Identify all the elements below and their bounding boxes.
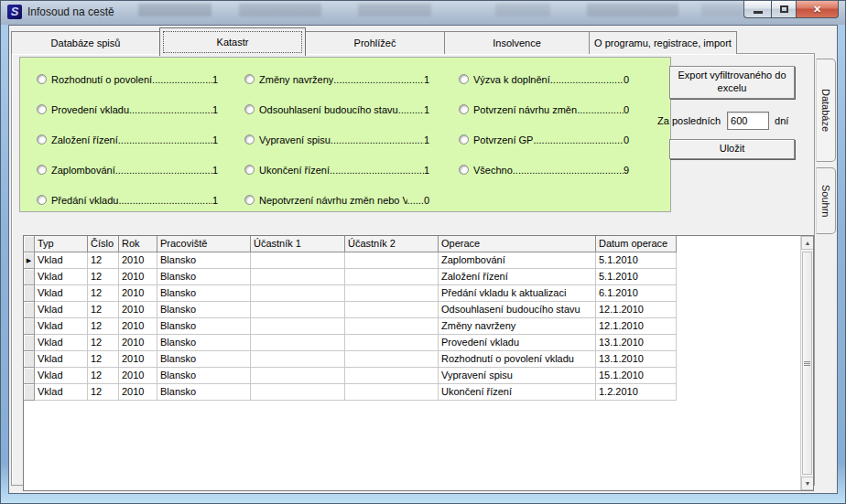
tab-databaze-spisu[interactable]: Databáze spisů — [11, 31, 160, 54]
radio-button-icon[interactable] — [459, 104, 469, 114]
column-header-pracoviste[interactable]: Pracoviště — [157, 236, 251, 252]
filter-option-label: Provedení vkladu — [51, 104, 129, 115]
dot-leader: ........................................… — [407, 195, 424, 206]
column-header-cislo[interactable]: Číslo — [88, 236, 119, 252]
cell-ucastnik-2 — [345, 368, 439, 384]
column-header-operace[interactable]: Operace — [439, 236, 596, 252]
dot-leader: ........................................… — [550, 74, 624, 85]
dot-leader: ........................................… — [118, 195, 212, 206]
filter-option-label: Založení řízení — [51, 134, 118, 145]
vertical-scrollbar[interactable]: ▲ ▼ — [800, 236, 813, 490]
filter-option-vsechno[interactable]: Všechno.................................… — [459, 155, 629, 185]
tab-o-programu-registrace-import[interactable]: O programu, registrace, import — [589, 31, 737, 54]
cell-cislo: 12 — [88, 384, 119, 401]
cell-ucastnik-1 — [251, 285, 345, 302]
row-selector-cell[interactable] — [24, 335, 35, 351]
scrollbar-thumb[interactable] — [802, 252, 812, 475]
filter-option-vyzva-k-doplneni[interactable]: Výzva k doplnění........................… — [459, 64, 629, 94]
filter-option-label: Odsouhlasení budoucího stavu — [259, 104, 398, 115]
days-input[interactable] — [727, 112, 769, 130]
column-header-typ[interactable]: Typ — [35, 236, 88, 252]
cell-pracoviste: Blansko — [157, 318, 251, 335]
records-grid: TypČísloRokPracovištěÚčastník 1Účastník … — [23, 235, 814, 491]
radio-button-icon[interactable] — [37, 195, 47, 205]
filter-option-odsouhlaseni-budouciho-stavu[interactable]: Odsouhlasení budoucího stavu............… — [244, 94, 429, 124]
radio-button-icon[interactable] — [37, 165, 47, 175]
table-row[interactable]: Vklad122010BlanskoZaložení řízení5.1.201… — [24, 269, 800, 285]
table-row[interactable]: Vklad122010BlanskoUkončení řízení1.2.201… — [24, 384, 800, 401]
column-header-ucastnik-2[interactable]: Účastník 2 — [345, 236, 439, 252]
filter-option-count: 1 — [212, 195, 218, 206]
cell-typ: Vklad — [35, 252, 88, 269]
table-row[interactable]: Vklad122010BlanskoProvedení vkladu13.1.2… — [24, 335, 800, 351]
side-tab-databaze[interactable]: Databáze — [816, 59, 836, 162]
days-suffix-label: dní — [775, 115, 788, 126]
cell-operace: Změny navrženy — [439, 318, 596, 335]
side-tab-souhrn[interactable]: Souhrn — [816, 167, 836, 234]
tab-katastr[interactable]: Katastr — [159, 27, 306, 56]
cell-pracoviste: Blansko — [157, 351, 251, 368]
row-selector-cell[interactable] — [24, 318, 35, 335]
cell-pracoviste: Blansko — [157, 252, 251, 269]
filter-option-ukonceni-rizeni[interactable]: Ukončení řízení.........................… — [244, 155, 429, 185]
title-bar[interactable]: S Infosoud na cestě ✕ — [1, 1, 845, 25]
row-selector-cell[interactable] — [24, 368, 35, 384]
export-to-excel-button[interactable]: Export vyfiltrovaného do excelu — [669, 66, 795, 99]
filter-option-count: 1 — [212, 165, 218, 176]
filter-option-label: Nepotvrzení návrhu změn nebo VN — [259, 195, 407, 206]
tab-insolvence[interactable]: Insolvence — [444, 31, 590, 54]
maximize-button[interactable] — [771, 1, 797, 18]
current-row-marker-icon[interactable]: ▶ — [24, 252, 35, 269]
minimize-button[interactable] — [743, 1, 771, 18]
radio-button-icon[interactable] — [244, 195, 255, 205]
filter-option-label: Předání vkladu — [51, 195, 118, 206]
table-row[interactable]: Vklad122010BlanskoVypravení spisu15.1.20… — [24, 368, 800, 384]
column-header-datum-operace[interactable]: Datum operace — [596, 236, 677, 252]
table-row[interactable]: Vklad122010BlanskoPředání vkladu k aktua… — [24, 285, 800, 302]
radio-button-icon[interactable] — [459, 134, 469, 145]
radio-button-icon[interactable] — [244, 134, 255, 145]
radio-button-icon[interactable] — [244, 165, 255, 175]
filter-option-potvrzeni-gp[interactable]: Potvrzení GP............................… — [459, 124, 629, 155]
radio-button-icon[interactable] — [37, 74, 47, 84]
close-button[interactable]: ✕ — [797, 1, 839, 18]
filter-option-provedeni-vkladu[interactable]: Provedení vkladu........................… — [37, 94, 218, 124]
table-row[interactable]: Vklad122010BlanskoOdsouhlasení budoucího… — [24, 302, 800, 318]
filter-option-potvrzeni-navrhu-zmen[interactable]: Potvrzení návrhu změn...................… — [459, 94, 629, 124]
save-button[interactable]: Uložit — [669, 139, 795, 159]
scroll-down-button[interactable]: ▼ — [801, 477, 814, 490]
filter-option-vypraveni-spisu[interactable]: Vypravení spisu.........................… — [244, 124, 429, 155]
radio-button-icon[interactable] — [244, 74, 255, 84]
row-selector-cell[interactable] — [24, 285, 35, 302]
column-header-rok[interactable]: Rok — [119, 236, 157, 252]
filter-option-label: Ukončení řízení — [259, 165, 330, 176]
filter-option-predani-vkladu[interactable]: Předání vkladu..........................… — [37, 185, 218, 215]
radio-button-icon[interactable] — [37, 104, 47, 114]
table-row[interactable]: ▶Vklad122010BlanskoZaplombování5.1.2010 — [24, 252, 800, 269]
scroll-up-button[interactable]: ▲ — [801, 236, 814, 250]
radio-button-icon[interactable] — [244, 104, 255, 114]
row-selector-cell[interactable] — [24, 269, 35, 285]
radio-button-icon[interactable] — [459, 74, 469, 84]
filter-option-nepotvrzeni-navrhu-zmen-nebo-vn[interactable]: Nepotvrzení návrhu změn nebo VN.........… — [244, 185, 429, 215]
filter-option-zaplombovani[interactable]: Zaplombování............................… — [37, 155, 218, 185]
filter-option-rozhodnuti-o-povoleni[interactable]: Rozhodnutí o povolení...................… — [37, 64, 218, 94]
filter-option-label: Potvrzení GP — [473, 134, 533, 145]
row-selector-cell[interactable] — [24, 302, 35, 318]
radio-button-icon[interactable] — [37, 134, 47, 145]
table-row[interactable]: Vklad122010BlanskoZměny navrženy12.1.201… — [24, 318, 800, 335]
filter-option-count: 9 — [624, 165, 629, 176]
radio-button-icon[interactable] — [459, 165, 469, 175]
filter-option-count: 1 — [424, 74, 429, 85]
minimize-icon — [754, 11, 763, 14]
filter-option-zalozeni-rizeni[interactable]: Založení řízení.........................… — [37, 124, 218, 155]
row-selector-cell[interactable] — [24, 351, 35, 368]
row-selector-cell[interactable] — [24, 384, 35, 401]
tab-prohlizec[interactable]: Prohlížeč — [305, 31, 445, 54]
cell-pracoviste: Blansko — [157, 384, 251, 401]
column-header-ucastnik-1[interactable]: Účastník 1 — [251, 236, 345, 252]
dot-leader: ........................................… — [333, 74, 424, 85]
table-row[interactable]: Vklad122010BlanskoRozhodnutí o povolení … — [24, 351, 800, 368]
filter-option-zmeny-navrzeny[interactable]: Změny navrženy..........................… — [244, 64, 429, 94]
filter-column-1: Rozhodnutí o povolení...................… — [37, 64, 218, 215]
